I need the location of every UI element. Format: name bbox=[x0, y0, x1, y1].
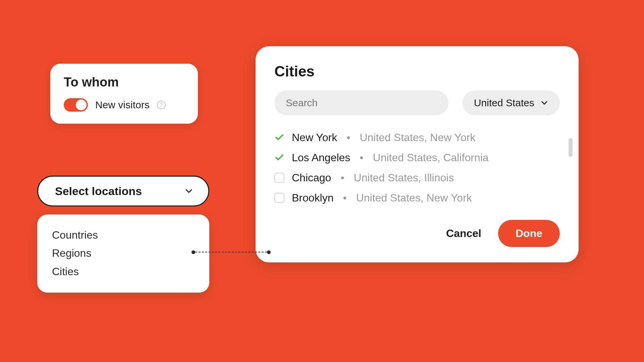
select-locations-label: Select locations bbox=[55, 185, 142, 198]
city-meta: United States, New York bbox=[356, 192, 472, 203]
cancel-button[interactable]: Cancel bbox=[446, 227, 481, 240]
connector-dot-right bbox=[267, 250, 271, 254]
cities-filter-row: United States bbox=[274, 90, 560, 115]
city-name: Chicago bbox=[292, 172, 331, 183]
city-meta: United States, New York bbox=[360, 132, 475, 143]
connector-dash bbox=[195, 252, 267, 252]
city-name: New York bbox=[292, 132, 337, 143]
cities-list: New York • United States, New York Los A… bbox=[274, 127, 560, 208]
city-row[interactable]: Los Angeles • United States, California bbox=[274, 147, 560, 168]
location-option-regions[interactable]: Regions bbox=[52, 244, 195, 262]
checkbox-empty-icon[interactable] bbox=[274, 193, 284, 203]
chevron-down-icon bbox=[540, 99, 548, 107]
new-visitors-label: New visitors bbox=[95, 99, 150, 111]
city-name: Brooklyn bbox=[292, 192, 334, 203]
city-row[interactable]: Brooklyn • United States, New York bbox=[274, 188, 560, 208]
cities-modal: Cities United States New York • United S… bbox=[256, 46, 579, 262]
separator-dot: • bbox=[340, 172, 344, 183]
checkbox-empty-icon[interactable] bbox=[274, 173, 284, 183]
check-icon bbox=[274, 153, 284, 163]
connector-line bbox=[192, 250, 271, 254]
connector-dot-left bbox=[192, 250, 195, 254]
separator-dot: • bbox=[346, 132, 350, 143]
scrollbar-thumb[interactable] bbox=[569, 138, 573, 157]
separator-dot: • bbox=[343, 192, 347, 203]
chevron-down-icon bbox=[185, 187, 193, 195]
check-icon bbox=[274, 132, 284, 142]
city-meta: United States, California bbox=[373, 152, 489, 163]
done-button[interactable]: Done bbox=[498, 220, 560, 247]
cities-title: Cities bbox=[274, 63, 560, 80]
country-select[interactable]: United States bbox=[463, 90, 560, 115]
separator-dot: • bbox=[360, 152, 363, 163]
country-select-value: United States bbox=[474, 97, 534, 109]
to-whom-card: To whom New visitors ? bbox=[50, 64, 198, 124]
city-row[interactable]: New York • United States, New York bbox=[274, 127, 560, 147]
toggle-knob bbox=[76, 100, 87, 110]
location-option-countries[interactable]: Countries bbox=[52, 226, 195, 244]
help-icon[interactable]: ? bbox=[157, 101, 166, 109]
cities-search-input[interactable] bbox=[274, 90, 448, 115]
city-row[interactable]: Chicago • United States, Illinois bbox=[274, 168, 560, 188]
city-meta: United States, Illinois bbox=[354, 172, 454, 183]
cities-actions: Cancel Done bbox=[274, 220, 560, 247]
to-whom-title: To whom bbox=[64, 75, 184, 89]
new-visitors-toggle[interactable] bbox=[64, 98, 88, 112]
select-locations-button[interactable]: Select locations bbox=[37, 176, 209, 206]
to-whom-toggle-row: New visitors ? bbox=[64, 98, 184, 112]
city-name: Los Angeles bbox=[292, 152, 350, 163]
location-option-cities[interactable]: Cities bbox=[52, 262, 195, 281]
select-locations-dropdown: Countries Regions Cities bbox=[37, 215, 209, 293]
